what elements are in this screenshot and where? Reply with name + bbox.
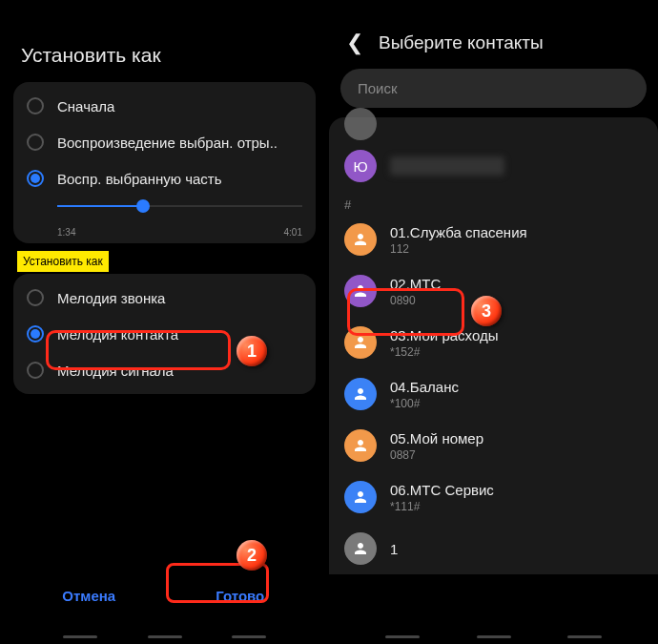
cancel-button[interactable]: Отмена bbox=[13, 576, 165, 615]
nav-bar bbox=[13, 635, 316, 638]
contact-list: Ю # 01.Служба спасения112 02.МТС0890 03.… bbox=[329, 117, 658, 574]
header: ❮ Выберите контакты bbox=[329, 11, 658, 69]
option-label: Мелодия контакта bbox=[57, 326, 302, 343]
contact-sub: 0887 bbox=[390, 448, 483, 462]
time-labels: 1:34 4:01 bbox=[13, 223, 316, 238]
page-title: Установить как bbox=[13, 23, 316, 82]
option-label: Мелодия звонка bbox=[57, 290, 302, 306]
screen-set-as: Установить как Сначала Воспроизведение в… bbox=[0, 23, 329, 644]
list-item[interactable]: 01.Служба спасения112 bbox=[329, 214, 658, 265]
contact-name: 1 bbox=[390, 541, 398, 557]
playback-card: Сначала Воспроизведение выбран. отры.. В… bbox=[13, 82, 316, 243]
list-item[interactable]: Ю bbox=[329, 140, 658, 192]
audio-slider[interactable] bbox=[13, 197, 316, 223]
contact-name: 04.Баланс bbox=[390, 379, 459, 395]
list-item[interactable]: 1 bbox=[329, 523, 658, 574]
radio-icon bbox=[27, 134, 44, 151]
step-badge-2: 2 bbox=[236, 540, 267, 571]
blurred-name bbox=[390, 156, 504, 176]
avatar bbox=[344, 429, 377, 462]
option-label: Мелодия сигнала bbox=[57, 363, 302, 379]
step-badge-3: 3 bbox=[471, 296, 502, 326]
radio-icon bbox=[27, 170, 44, 187]
step-badge-1: 1 bbox=[236, 336, 267, 366]
option-label: Воспр. выбранную часть bbox=[57, 171, 302, 187]
section-header: # bbox=[329, 192, 658, 214]
annotation-tag: Установить как bbox=[17, 251, 109, 272]
set-as-alarm[interactable]: Мелодия сигнала bbox=[13, 352, 316, 388]
avatar bbox=[344, 532, 377, 565]
contact-sub: 112 bbox=[390, 242, 527, 256]
radio-icon bbox=[27, 325, 44, 343]
avatar bbox=[344, 223, 377, 256]
header-title: Выберите контакты bbox=[379, 32, 544, 53]
list-item[interactable] bbox=[329, 121, 658, 140]
time-end: 4:01 bbox=[284, 227, 302, 238]
list-item[interactable]: 05.Мой номер0887 bbox=[329, 420, 658, 471]
list-item[interactable]: 06.МТС Сервис*111# bbox=[329, 471, 658, 523]
contact-sub: *100# bbox=[390, 397, 459, 410]
contact-name: 05.Мой номер bbox=[390, 430, 483, 447]
avatar: Ю bbox=[344, 150, 377, 182]
avatar bbox=[344, 326, 377, 359]
playback-option-selected-part[interactable]: Воспр. выбранную часть bbox=[13, 160, 316, 197]
radio-icon bbox=[27, 289, 44, 306]
avatar bbox=[344, 481, 377, 513]
playback-option-from-start[interactable]: Сначала bbox=[13, 88, 316, 124]
nav-bar bbox=[329, 635, 658, 638]
avatar bbox=[344, 108, 377, 140]
set-as-contact-melody[interactable]: Мелодия контакта bbox=[13, 316, 316, 352]
contact-name: 06.МТС Сервис bbox=[390, 482, 494, 498]
set-as-card: Мелодия звонка Мелодия контакта Мелодия … bbox=[13, 274, 316, 394]
playback-option-selected-fragment[interactable]: Воспроизведение выбран. отры.. bbox=[13, 124, 316, 160]
contact-name: 02.МТС bbox=[390, 276, 441, 292]
slider-thumb[interactable] bbox=[136, 199, 150, 213]
option-label: Воспроизведение выбран. отры.. bbox=[57, 135, 302, 151]
back-icon[interactable]: ❮ bbox=[346, 31, 363, 55]
screen-select-contacts: ❮ Выберите контакты Поиск Ю # 01.Служба … bbox=[329, 11, 658, 644]
contact-sub: *111# bbox=[390, 500, 494, 513]
set-as-ringtone[interactable]: Мелодия звонка bbox=[13, 280, 316, 316]
contact-name: 01.Служба спасения bbox=[390, 224, 527, 240]
contact-name: 03.Мои расходы bbox=[390, 327, 498, 343]
avatar bbox=[344, 275, 377, 307]
contact-sub: *152# bbox=[390, 345, 498, 359]
list-item[interactable]: 04.Баланс*100# bbox=[329, 368, 658, 420]
contact-sub: 0890 bbox=[390, 294, 441, 307]
radio-icon bbox=[27, 362, 44, 379]
time-start: 1:34 bbox=[57, 227, 75, 238]
search-input[interactable]: Поиск bbox=[340, 69, 647, 108]
done-button[interactable]: Готово bbox=[165, 576, 317, 615]
radio-icon bbox=[27, 97, 44, 114]
avatar bbox=[344, 378, 377, 410]
option-label: Сначала bbox=[57, 98, 302, 114]
footer-buttons: Отмена Готово bbox=[13, 576, 316, 615]
